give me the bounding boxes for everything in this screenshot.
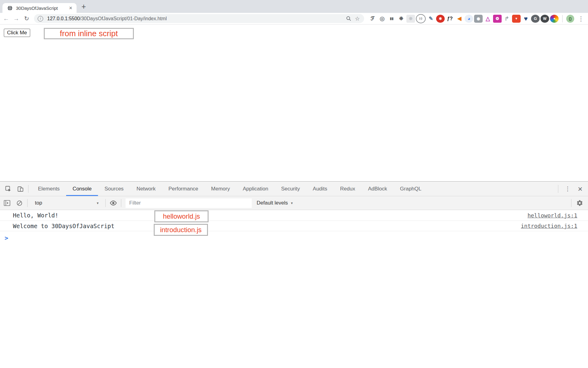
bookmark-star-icon[interactable]: ☆ bbox=[355, 15, 360, 22]
annotation-text: helloworld.js bbox=[163, 213, 200, 220]
function-help-extension-icon[interactable]: ƒ? bbox=[446, 15, 454, 23]
w-circle-extension-icon[interactable]: W bbox=[541, 15, 549, 23]
devtools-tab-redux[interactable]: Redux bbox=[334, 182, 362, 196]
devtools-tab-console[interactable]: Console bbox=[66, 182, 98, 196]
redux-gear-extension-icon[interactable]: ❂ bbox=[493, 15, 502, 23]
inline-script-box: from inline script bbox=[44, 28, 134, 39]
devtools-tabs: ElementsConsoleSourcesNetworkPerformance… bbox=[32, 182, 428, 196]
devtools-tabbar-right: ⋮ × bbox=[554, 185, 588, 193]
camera-extension-icon[interactable]: ◉ bbox=[474, 15, 483, 23]
site-info-icon[interactable]: i bbox=[38, 16, 43, 21]
extensions-separator bbox=[562, 15, 563, 22]
json-viewer-extension-icon[interactable]: {} bbox=[566, 15, 574, 23]
corner-arrow-extension-icon[interactable]: ↱ bbox=[503, 15, 511, 23]
devtools-tab-elements[interactable]: Elements bbox=[32, 182, 66, 196]
context-selector-dropdown[interactable]: top ▼ bbox=[32, 200, 102, 206]
devtools-panel: ElementsConsoleSourcesNetworkPerformance… bbox=[0, 181, 588, 368]
click-me-button[interactable]: Click Me bbox=[4, 29, 30, 37]
log-levels-dropdown[interactable]: Default levels ▼ bbox=[257, 200, 293, 206]
browser-toolbar: ← → ↻ i 127.0.0.1:5500/30DaysOfJavaScrip… bbox=[0, 13, 588, 25]
devtools-tabbar: ElementsConsoleSourcesNetworkPerformance… bbox=[0, 182, 588, 196]
page-content: Click Me from inline script bbox=[0, 25, 588, 181]
toolbar-separator bbox=[571, 199, 571, 207]
devtools-tab-security[interactable]: Security bbox=[275, 182, 306, 196]
formatter-f-extension-icon[interactable]: ℱ bbox=[368, 15, 377, 23]
browser-window: 30DaysOfJavaScript × + ← → ↻ i 127.0.0.1… bbox=[0, 0, 588, 368]
lens-extension-icon[interactable]: ◎ bbox=[378, 15, 386, 23]
devtools-menu-icon[interactable]: ⋮ bbox=[564, 185, 571, 192]
swirl-extension-icon[interactable]: ◕ bbox=[465, 15, 473, 23]
devtools-tab-memory[interactable]: Memory bbox=[205, 182, 236, 196]
chevron-down-icon: ▼ bbox=[96, 201, 99, 205]
console-filter-input[interactable] bbox=[126, 198, 252, 208]
browser-tab[interactable]: 30DaysOfJavaScript × bbox=[2, 3, 77, 13]
forward-button[interactable]: → bbox=[13, 15, 20, 22]
clear-console-icon[interactable] bbox=[17, 200, 22, 206]
devtools-tab-sources[interactable]: Sources bbox=[98, 182, 130, 196]
devtools-tab-adblock[interactable]: AdBlock bbox=[362, 182, 394, 196]
paren-dash-extension-icon[interactable]: (-) bbox=[416, 14, 426, 23]
url-path: /30DaysOfJavaScript/01-Day/index.html bbox=[80, 16, 167, 21]
address-bar[interactable]: i 127.0.0.1:5500/30DaysOfJavaScript/01-D… bbox=[34, 14, 364, 23]
browser-menu-icon[interactable]: ⋮ bbox=[578, 15, 584, 22]
inline-script-text: from inline script bbox=[60, 29, 118, 38]
console-log-row: Welcome to 30DaysOfJavaScript introducti… bbox=[0, 221, 588, 231]
bug-extension-icon[interactable]: ❉ bbox=[397, 15, 405, 23]
log-levels-label: Default levels bbox=[257, 200, 288, 206]
pause-bars-extension-icon[interactable]: ▮▮ bbox=[387, 15, 396, 23]
eyedropper-extension-icon[interactable]: ✎ bbox=[427, 15, 435, 23]
megaphone-extension-icon[interactable]: ◀ bbox=[455, 15, 464, 23]
extensions-bar: ℱ◎▮▮❉❋(-)✎✱ƒ?◀◕◉△❂↱▼♥GW● bbox=[368, 14, 559, 23]
devtools-tab-performance[interactable]: Performance bbox=[162, 182, 205, 196]
devtools-tab-graphql[interactable]: GraphQL bbox=[394, 182, 428, 196]
context-selector-value: top bbox=[35, 200, 42, 206]
heart-search-extension-icon[interactable]: ♥ bbox=[522, 15, 530, 23]
url-text: 127.0.0.1:5500/30DaysOfJavaScript/01-Day… bbox=[47, 16, 167, 21]
console-message: Welcome to 30DaysOfJavaScript bbox=[13, 223, 115, 229]
devtools-close-icon[interactable]: × bbox=[578, 185, 582, 193]
zoom-magnifier-icon[interactable] bbox=[346, 16, 351, 21]
apollo-triangle-extension-icon[interactable]: △ bbox=[484, 15, 492, 23]
toolbar-separator bbox=[27, 199, 28, 207]
source-link[interactable]: helloworld.js:1 bbox=[527, 212, 577, 219]
atom-grid-extension-icon[interactable]: ❋ bbox=[406, 15, 415, 23]
tab-strip: 30DaysOfJavaScript × + bbox=[0, 0, 588, 13]
devtools-tab-application[interactable]: Application bbox=[236, 182, 275, 196]
g-circle-extension-icon[interactable]: G bbox=[531, 15, 540, 23]
tab-close-icon[interactable]: × bbox=[68, 5, 74, 11]
device-toolbar-icon[interactable] bbox=[17, 186, 24, 192]
bookmark-extension-icon[interactable]: ▼ bbox=[512, 15, 521, 23]
console-sidebar-toggle-icon[interactable] bbox=[4, 200, 10, 206]
devtools-tab-audits[interactable]: Audits bbox=[306, 182, 334, 196]
stop-hand-extension-icon[interactable]: ✱ bbox=[436, 15, 445, 23]
settings-gear-icon[interactable] bbox=[576, 200, 583, 206]
tab-title: 30DaysOfJavaScript bbox=[16, 6, 68, 11]
devtools-separator bbox=[558, 185, 558, 193]
back-button[interactable]: ← bbox=[2, 15, 10, 22]
console-message: Hello, World! bbox=[13, 212, 58, 219]
reload-button[interactable]: ↻ bbox=[23, 15, 30, 22]
console-toolbar: top ▼ Default levels ▼ bbox=[0, 196, 588, 210]
toolbar-separator bbox=[121, 199, 121, 207]
color-wheel-extension-icon[interactable]: ● bbox=[550, 15, 559, 23]
new-tab-button[interactable]: + bbox=[80, 2, 88, 12]
source-link[interactable]: introduction.js:1 bbox=[521, 223, 577, 229]
annotation-box-helloworld: helloworld.js bbox=[154, 210, 209, 222]
inspect-element-icon[interactable] bbox=[4, 186, 12, 192]
prompt-chevron-icon: > bbox=[5, 234, 8, 242]
chevron-down-icon: ▼ bbox=[290, 201, 293, 205]
url-host: 127.0.0.1:5500 bbox=[47, 16, 80, 21]
annotation-box-introduction: introduction.js bbox=[154, 224, 208, 236]
toolbar-separator bbox=[105, 199, 106, 207]
devtools-separator bbox=[28, 185, 28, 193]
globe-favicon-icon bbox=[7, 6, 13, 11]
devtools-tab-network[interactable]: Network bbox=[130, 182, 162, 196]
console-prompt[interactable]: > bbox=[0, 231, 588, 245]
console-log-row: Hello, World! helloworld.js:1 bbox=[0, 210, 588, 221]
annotation-text: introduction.js bbox=[160, 226, 202, 234]
live-expression-eye-icon[interactable] bbox=[109, 200, 117, 206]
